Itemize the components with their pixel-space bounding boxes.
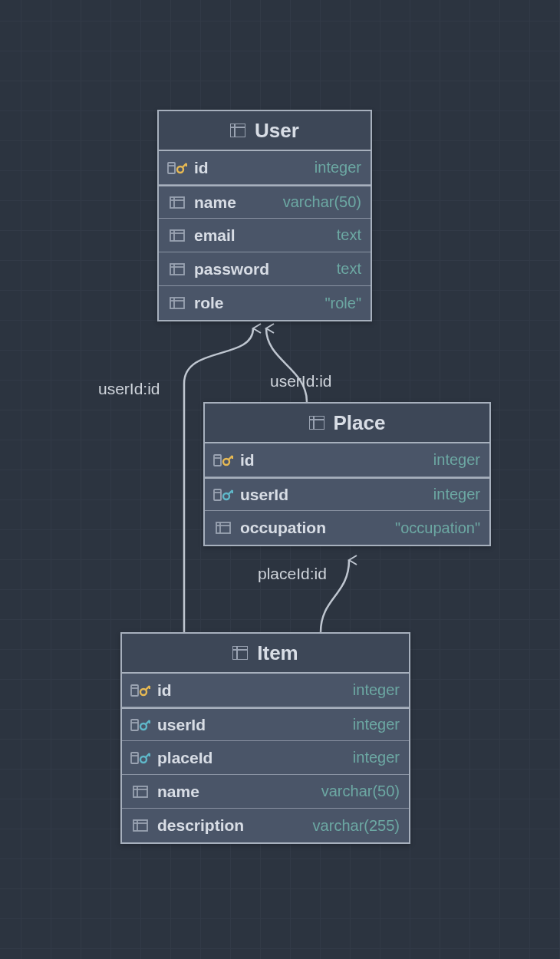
column-name: occupation xyxy=(240,519,326,537)
relationship-label: placeId:id xyxy=(258,565,327,583)
column-type: text xyxy=(337,260,361,278)
entity-title: Place xyxy=(334,411,386,435)
svg-rect-28 xyxy=(214,489,221,500)
column-row[interactable]: userId integer xyxy=(122,707,409,741)
svg-point-5 xyxy=(177,166,183,173)
relationship-label: userId:id xyxy=(98,380,160,398)
svg-rect-11 xyxy=(170,230,184,241)
column-row[interactable]: userId integer xyxy=(205,477,489,511)
svg-rect-44 xyxy=(131,720,138,730)
column-icon xyxy=(212,522,234,534)
column-type: text xyxy=(337,226,361,244)
column-name: placeId xyxy=(157,749,212,767)
svg-rect-49 xyxy=(131,753,138,763)
column-type: integer xyxy=(433,451,480,469)
svg-rect-20 xyxy=(309,416,324,430)
column-icon xyxy=(166,196,188,209)
column-type: integer xyxy=(353,716,400,733)
column-icon xyxy=(166,263,188,275)
table-icon xyxy=(232,646,248,660)
column-row[interactable]: name varchar(50) xyxy=(122,775,409,809)
svg-rect-33 xyxy=(216,522,230,533)
entity-title: Item xyxy=(257,641,298,665)
entity-place[interactable]: Place id integer userId integer occupati… xyxy=(203,402,491,546)
column-name: role xyxy=(194,294,224,312)
primary-key-icon xyxy=(166,161,188,175)
svg-rect-3 xyxy=(168,163,175,173)
svg-rect-0 xyxy=(230,124,245,137)
column-name: id xyxy=(240,451,255,470)
column-row[interactable]: occupation "occupation" xyxy=(205,511,489,545)
column-name: id xyxy=(194,159,209,177)
column-type: varchar(50) xyxy=(321,783,400,800)
table-icon xyxy=(230,124,245,137)
column-name: name xyxy=(194,193,236,212)
svg-rect-8 xyxy=(170,197,184,208)
column-row[interactable]: role "role" xyxy=(159,286,371,320)
column-row[interactable]: name varchar(50) xyxy=(159,185,371,219)
column-type: integer xyxy=(353,749,400,766)
column-name: description xyxy=(157,816,244,835)
column-icon xyxy=(166,229,188,242)
relationship-label: userId:id xyxy=(270,372,332,391)
column-row[interactable]: id integer xyxy=(159,151,371,185)
column-row[interactable]: id integer xyxy=(205,443,489,477)
column-row[interactable]: email text xyxy=(159,219,371,252)
column-row[interactable]: id integer xyxy=(122,674,409,707)
entity-item[interactable]: Item id integer userId integer placeId i… xyxy=(120,632,410,844)
column-name: id xyxy=(157,681,172,700)
column-name: name xyxy=(157,783,199,801)
column-name: email xyxy=(194,226,236,245)
column-row[interactable]: password text xyxy=(159,252,371,286)
column-type: varchar(50) xyxy=(283,193,361,211)
column-name: userId xyxy=(240,486,288,504)
table-icon xyxy=(309,416,324,430)
foreign-key-icon xyxy=(130,718,151,732)
column-type: integer xyxy=(433,486,480,503)
svg-rect-23 xyxy=(214,455,221,466)
svg-point-51 xyxy=(140,756,147,763)
foreign-key-icon xyxy=(130,751,151,765)
svg-rect-39 xyxy=(131,685,138,696)
column-icon xyxy=(166,297,188,309)
svg-point-46 xyxy=(140,723,147,730)
entity-title: User xyxy=(255,119,299,143)
column-type: varchar(255) xyxy=(313,817,400,835)
column-row[interactable]: description varchar(255) xyxy=(122,809,409,842)
column-name: password xyxy=(194,260,269,278)
entity-user[interactable]: User id integer name varchar(50) email t… xyxy=(157,110,372,321)
svg-rect-36 xyxy=(232,646,248,660)
foreign-key-icon xyxy=(212,488,234,502)
entity-header: User xyxy=(159,111,371,151)
column-row[interactable]: placeId integer xyxy=(122,741,409,775)
column-type: "occupation" xyxy=(395,519,480,537)
column-type: "role" xyxy=(324,295,361,312)
primary-key-icon xyxy=(212,453,234,467)
entity-header: Item xyxy=(122,634,409,674)
column-name: userId xyxy=(157,716,206,734)
column-icon xyxy=(130,786,151,798)
primary-key-icon xyxy=(130,684,151,697)
svg-point-25 xyxy=(223,459,229,465)
svg-point-30 xyxy=(223,493,229,499)
column-icon xyxy=(130,819,151,832)
svg-rect-17 xyxy=(170,298,184,308)
svg-rect-54 xyxy=(133,786,147,797)
svg-rect-57 xyxy=(133,820,147,831)
entity-header: Place xyxy=(205,404,489,443)
column-type: integer xyxy=(315,159,361,176)
column-type: integer xyxy=(353,681,400,699)
svg-rect-14 xyxy=(170,264,184,275)
svg-point-41 xyxy=(140,689,147,695)
